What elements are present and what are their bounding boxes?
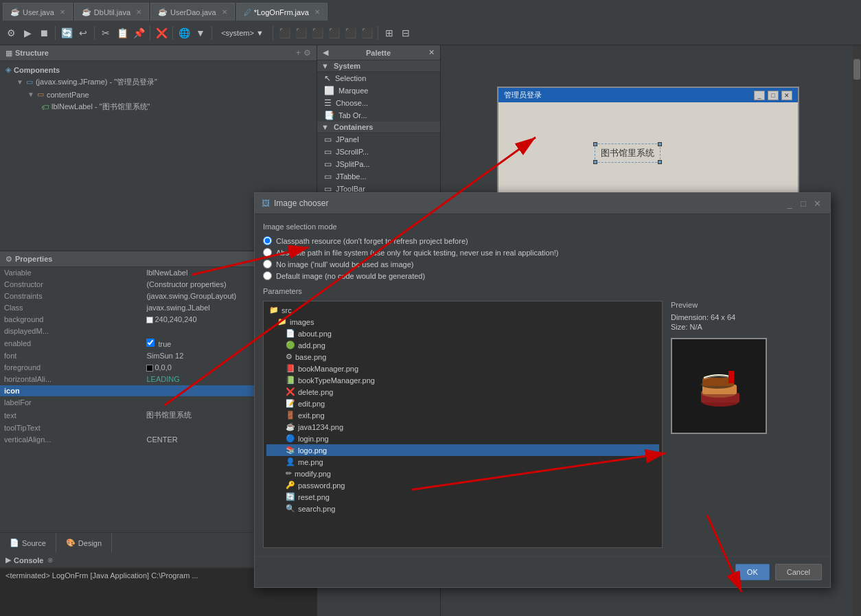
canvas-scroll-thumb[interactable] — [853, 59, 860, 80]
tab-logonfrm-java[interactable]: 🖊 *LogOnFrm.java ✕ — [236, 3, 328, 21]
components-label: ◈ Components — [3, 64, 314, 76]
toolbar: ⚙ ▶ ⏹ 🔄 ↩ ✂ 📋 📌 ❌ 🌐 ▼ <system> ▼ ⬛ ⬛ ⬛ ⬛… — [0, 21, 861, 45]
file-icon-about: 📄 — [286, 329, 295, 338]
toolbar-btn-7[interactable]: 📋 — [114, 25, 130, 41]
palette-choose[interactable]: ☰ Choose... — [317, 97, 440, 109]
handle-tr[interactable] — [658, 142, 662, 146]
tree-search-png[interactable]: 🔍 search.png — [266, 503, 659, 514]
toolbar-align-center[interactable]: ⬛ — [292, 25, 309, 41]
tab-user-java[interactable]: ☕ User.java ✕ — [3, 3, 73, 21]
tree-logo-png[interactable]: 📚 logo.png — [266, 444, 659, 456]
palette-jsplitpa[interactable]: ▭ JSplitPa... — [317, 158, 440, 170]
structure-add-btn[interactable]: + — [296, 48, 301, 58]
tree-about-png[interactable]: 📄 about.png — [266, 328, 659, 339]
tab-userdao-java[interactable]: ☕ UserDao.java ✕ — [150, 3, 235, 21]
tree-add-png[interactable]: 🟢 add.png — [266, 339, 659, 351]
tree-contentpane[interactable]: ▼ ▭ contentPane — [3, 89, 314, 100]
tree-booktypemanager-png[interactable]: 📗 bookTypeManager.png — [266, 374, 659, 386]
radio-absolute[interactable]: Absolute path in file system (use only f… — [263, 248, 822, 257]
file-tree[interactable]: 📁 src 📁 images 📄 about.png — [263, 301, 663, 548]
toolbar-btn-5[interactable]: ↩ — [75, 25, 91, 41]
toolbar-snap[interactable]: ⊟ — [398, 25, 414, 41]
close-tab-3[interactable]: ✕ — [314, 8, 320, 16]
tab-dbutil-java[interactable]: ☕ DbUtil.java ✕ — [74, 3, 149, 21]
tree-modify-png[interactable]: ✏ modify.png — [266, 468, 659, 479]
close-btn[interactable]: ✕ — [781, 91, 792, 100]
jframe-icon: ▭ — [26, 78, 33, 87]
dialog-close-btn[interactable]: ✕ — [811, 197, 823, 209]
palette-jtabbe[interactable]: ▭ JTabbe... — [317, 170, 440, 183]
tree-edit-png[interactable]: 📝 edit.png — [266, 398, 659, 409]
maximize-btn[interactable]: □ — [768, 91, 779, 100]
radio-absolute-input[interactable] — [263, 248, 272, 257]
tree-me-png[interactable]: 👤 me.png — [266, 456, 659, 468]
tab-source[interactable]: 📄 Source — [0, 533, 56, 553]
toolbar-btn-9[interactable]: ❌ — [153, 25, 170, 41]
toolbar-btn-3[interactable]: ⏹ — [36, 25, 52, 41]
canvas-scrollbar[interactable] — [853, 45, 861, 616]
tree-exit-png[interactable]: 🚪 exit.png — [266, 409, 659, 421]
toolbar-btn-11[interactable]: ▼ — [192, 25, 209, 41]
color-swatch-fg — [146, 365, 153, 372]
toolbar-grid[interactable]: ⊞ — [381, 25, 398, 41]
ok-button[interactable]: OK — [735, 564, 770, 580]
toolbar-btn-1[interactable]: ⚙ — [3, 25, 19, 41]
folder-open-icon: 📁 — [269, 306, 279, 315]
dialog-maximize-btn[interactable]: □ — [797, 197, 810, 209]
toolbar-btn-6[interactable]: ✂ — [97, 25, 114, 41]
design-label-element[interactable]: 图书馆里系统 — [595, 144, 661, 163]
enabled-checkbox[interactable] — [146, 339, 154, 347]
toolbar-btn-4[interactable]: 🔄 — [58, 25, 75, 41]
toolbar-btn-8[interactable]: 📌 — [130, 25, 147, 41]
toolbar-btn-2[interactable]: ▶ — [19, 25, 36, 41]
handle-br[interactable] — [658, 160, 662, 164]
tree-login-png[interactable]: 🔵 login.png — [266, 433, 659, 444]
dialog-minimize-btn[interactable]: _ — [783, 197, 796, 209]
tree-jframe[interactable]: ▼ ▭ (javax.swing.JFrame) - "管理员登录" — [3, 76, 314, 89]
tree-label[interactable]: 🏷 lblNewLabel - "图书馆里系统" — [3, 100, 314, 113]
structure-settings-btn[interactable]: ⚙ — [303, 48, 311, 58]
jscrollp-icon: ▭ — [324, 147, 332, 157]
toolbar-btn-10[interactable]: 🌐 — [176, 25, 192, 41]
cancel-button[interactable]: Cancel — [775, 564, 822, 580]
dialog-image-icon: 🖼 — [262, 198, 270, 208]
radio-default-input[interactable] — [263, 271, 272, 280]
toolbar-align-middle[interactable]: ⬛ — [342, 25, 358, 41]
radio-noimage[interactable]: No image ('null' would be used as image) — [263, 260, 822, 269]
tree-bookmanager-png[interactable]: 📕 bookManager.png — [266, 363, 659, 374]
handle-tl[interactable] — [593, 142, 597, 146]
toolbar-sep-5 — [211, 26, 212, 40]
palette-marquee[interactable]: ⬜ Marquee — [317, 84, 440, 97]
palette-tabor[interactable]: 📑 Tab Or... — [317, 109, 440, 122]
tree-images-folder[interactable]: 📁 images — [266, 316, 659, 328]
radio-default[interactable]: Default image (no code would be generate… — [263, 271, 822, 280]
file-icon-add: 🟢 — [286, 341, 295, 350]
close-tab-0[interactable]: ✕ — [60, 8, 65, 16]
toolbar-align-right[interactable]: ⬛ — [309, 25, 325, 41]
tree-java1234-png[interactable]: ☕ java1234.png — [266, 421, 659, 433]
file-icon-search: 🔍 — [286, 504, 295, 513]
radio-classpath-input[interactable] — [263, 236, 272, 245]
palette-jscrollp[interactable]: ▭ JScrollP... — [317, 146, 440, 158]
label-icon: 🏷 — [41, 103, 49, 111]
tree-reset-png[interactable]: 🔄 reset.png — [266, 491, 659, 503]
toolbar-align-bottom[interactable]: ⬛ — [358, 25, 375, 41]
radio-classpath[interactable]: Classpath resource (don't forget to refr… — [263, 236, 822, 245]
tree-password-png[interactable]: 🔑 password.png — [266, 479, 659, 491]
palette-jpanel[interactable]: ▭ JPanel — [317, 133, 440, 146]
toolbar-align-left[interactable]: ⬛ — [276, 25, 292, 41]
minimize-btn[interactable]: _ — [754, 91, 765, 100]
system-selector[interactable]: <system> ▼ — [215, 25, 270, 41]
source-icon: 📄 — [10, 538, 19, 547]
palette-selection[interactable]: ↖ Selection — [317, 72, 440, 84]
tree-root-src[interactable]: 📁 src — [266, 304, 659, 316]
image-chooser-dialog: 🖼 Image chooser _ □ ✕ Image selection mo… — [254, 192, 831, 588]
tree-delete-png[interactable]: ❌ delete.png — [266, 386, 659, 398]
close-tab-2[interactable]: ✕ — [222, 8, 227, 16]
tree-base-png[interactable]: ⚙ base.png — [266, 351, 659, 363]
close-tab-1[interactable]: ✕ — [136, 8, 141, 16]
handle-bl[interactable] — [593, 160, 597, 164]
toolbar-align-top[interactable]: ⬛ — [325, 25, 342, 41]
radio-noimage-input[interactable] — [263, 260, 272, 269]
tab-design[interactable]: 🎨 Design — [56, 533, 112, 553]
